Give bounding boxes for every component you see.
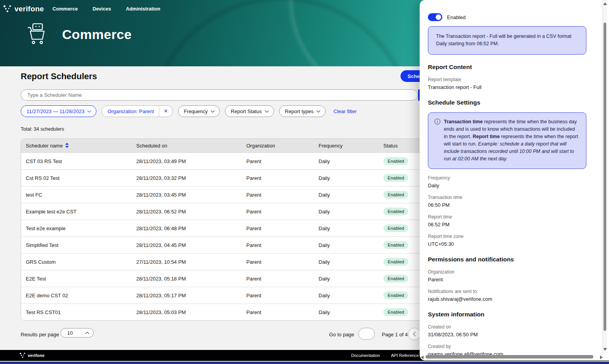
total-schedulers-count: Total: 34 schedulers <box>21 126 64 132</box>
column-header-frequency: Frequency <box>319 143 383 149</box>
scroll-left-arrow-icon[interactable] <box>421 355 424 359</box>
date-range-filter-chip[interactable]: 11/27/2023 — 11/28/2023 <box>21 105 96 117</box>
field-value: 06:52 PM <box>428 222 586 227</box>
schedule-settings-info-note: i Transaction time represents the time w… <box>428 112 586 169</box>
info-note-text: Transaction time represents the time whe… <box>444 118 580 163</box>
field-value: rajub.shivaraj@verifone.com <box>428 296 586 302</box>
cell-organization: Parent <box>246 158 319 164</box>
status-badge: Enabled <box>383 308 408 316</box>
enabled-toggle[interactable] <box>428 13 442 21</box>
vertical-scroll-thumb[interactable] <box>604 23 606 331</box>
scheduler-search-input[interactable] <box>21 89 418 101</box>
report-types-filter-chip[interactable]: Report types <box>279 105 326 117</box>
panel-vertical-scrollbar[interactable] <box>602 0 607 353</box>
panel-horizontal-scrollbar[interactable] <box>421 355 603 359</box>
verifone-dots-icon <box>3 5 12 13</box>
cell-scheduled-on: 28/11/2023, 06:52 PM <box>136 209 246 215</box>
field-label: Report time <box>428 214 586 220</box>
field-label: Frequency <box>428 175 586 181</box>
field-value: UTC+05:30 <box>428 241 586 247</box>
organization-filter-chip[interactable]: Organization: Parent × <box>102 105 173 117</box>
field-value: Transaction report - Full <box>428 84 586 90</box>
toggle-knob <box>436 14 441 20</box>
horizontal-scroll-thumb[interactable] <box>426 355 593 359</box>
hero-title: Commerce <box>62 27 132 42</box>
detail-field: Frequency Daily <box>428 175 586 188</box>
detail-field: Created on 31/08/2023, 06:50 PM <box>428 324 586 337</box>
cell-frequency: Daily <box>319 226 383 231</box>
schedule-settings-fields: Frequency Daily Transaction time 06:50 P… <box>428 175 586 247</box>
filter-bar: 11/27/2023 — 11/28/2023 Organization: Pa… <box>21 105 357 117</box>
cell-scheduler-name: test FC <box>26 192 136 198</box>
detail-field: Organization Parent <box>428 269 586 282</box>
footer-link-documentation[interactable]: Documentation <box>351 353 380 358</box>
cell-organization: Parent <box>246 259 319 265</box>
detail-field: Report template Transaction report - Ful… <box>428 77 586 90</box>
detail-field: Notifications are sent to: rajub.shivara… <box>428 289 586 302</box>
remove-organization-filter-icon[interactable]: × <box>159 105 173 117</box>
nav-item-administration[interactable]: Administration <box>126 6 160 12</box>
field-label: Notifications are sent to: <box>428 289 586 294</box>
chevron-down-icon <box>317 108 321 112</box>
cell-scheduled-on: 28/11/2023, 05:18 PM <box>136 276 246 282</box>
field-label: Created by <box>428 344 586 349</box>
field-value: 06:50 PM <box>428 202 586 208</box>
status-badge: Enabled <box>383 224 408 232</box>
cell-scheduled-on: 28/11/2023, 03:45 PM <box>136 192 246 198</box>
cell-scheduled-on: 28/11/2023, 04:45 PM <box>136 242 246 248</box>
section-title-permissions: Permissions and notifications <box>428 256 586 263</box>
field-value: Daily <box>428 183 586 188</box>
report-status-filter-label: Report Status <box>231 108 262 114</box>
cell-scheduled-on: 28/11/2023, 06:48 PM <box>136 226 246 231</box>
footer-brand-text: verifone <box>28 353 45 358</box>
field-label: Created on <box>428 324 586 330</box>
frequency-filter-chip[interactable]: Frequency <box>178 105 220 117</box>
cell-frequency: Daily <box>319 309 383 315</box>
field-value: Parent <box>428 277 586 282</box>
column-header-scheduler-name[interactable]: Scheduler name <box>26 143 136 149</box>
column-header-organization: Organization <box>246 143 319 149</box>
scroll-down-arrow-icon[interactable] <box>603 348 607 351</box>
cell-frequency: Daily <box>319 158 383 164</box>
field-label: Organization <box>428 269 586 275</box>
cell-scheduler-name: CST 03 RS Test <box>26 158 136 164</box>
nav-item-commerce[interactable]: Commerce <box>53 6 78 12</box>
cell-scheduled-on: 28/11/2023, 03:49 PM <box>136 158 246 164</box>
page-title: Report Schedulers <box>21 71 97 82</box>
cell-frequency: Daily <box>319 242 383 248</box>
results-per-page-select[interactable]: 10 <box>61 328 94 337</box>
enabled-toggle-row: Enabled <box>428 13 586 21</box>
go-to-page-input[interactable] <box>358 328 375 340</box>
info-icon: i <box>434 119 440 124</box>
footer-verifone-logo[interactable]: verifone <box>20 353 45 358</box>
sort-icon[interactable] <box>65 143 69 149</box>
shopping-cart-icon <box>25 23 48 46</box>
search-bar <box>21 89 418 101</box>
detail-field: Report time zone UTC+05:30 <box>428 234 586 247</box>
section-title-system-information: System information <box>428 311 586 318</box>
column-header-scheduled-on: Scheduled on <box>136 143 246 149</box>
cell-frequency: Daily <box>319 293 383 298</box>
cell-frequency: Daily <box>319 192 383 198</box>
cell-organization: Parent <box>246 192 319 198</box>
nav-item-devices[interactable]: Devices <box>93 6 111 12</box>
previous-page-button[interactable] <box>408 328 421 340</box>
footer-links: Documentation API Reference <box>351 353 419 358</box>
cell-organization: Parent <box>246 309 319 315</box>
scroll-right-arrow-icon[interactable] <box>600 355 603 359</box>
scheduler-details-panel: Enabled The Transaction report - Full wi… <box>420 0 609 360</box>
scroll-up-arrow-icon[interactable] <box>603 2 607 5</box>
footer-link-api-reference[interactable]: API Reference <box>391 353 419 358</box>
report-status-filter-chip[interactable]: Report Status <box>225 105 274 117</box>
clear-filter-link[interactable]: Clear filter <box>333 108 356 114</box>
brand-text: verifone <box>14 5 44 13</box>
cell-organization: Parent <box>246 226 319 231</box>
cell-frequency: Daily <box>319 276 383 282</box>
frequency-filter-label: Frequency <box>184 108 208 114</box>
cell-scheduler-name: E2E demo CST 02 <box>26 293 136 298</box>
status-badge: Enabled <box>383 241 408 249</box>
cell-frequency: Daily <box>319 175 383 181</box>
status-badge: Enabled <box>383 191 408 199</box>
verifone-logo[interactable]: verifone <box>3 5 44 13</box>
report-content-fields: Report template Transaction report - Ful… <box>428 77 586 90</box>
